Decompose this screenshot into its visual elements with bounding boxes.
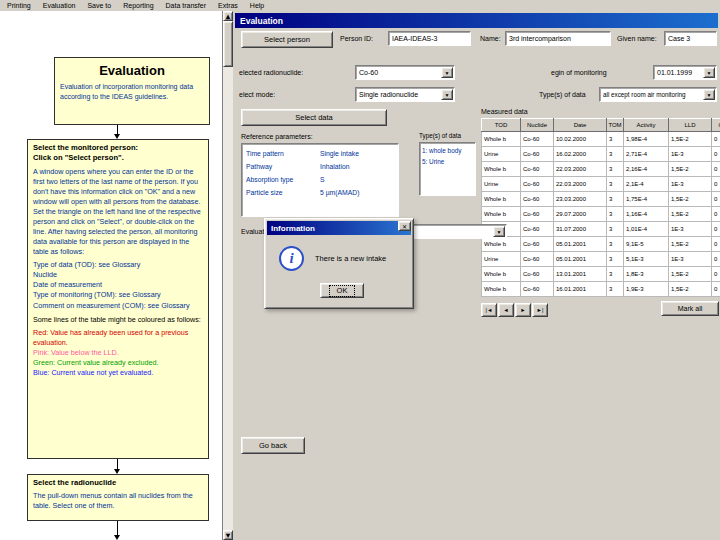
begin-of-monitoring-input[interactable]: 01.01.1999 ▼ bbox=[653, 65, 717, 80]
measured-data-table[interactable]: TODNuclideDateTOMActivityLLDCOM Whole bC… bbox=[481, 118, 720, 297]
column-header[interactable]: LLD bbox=[669, 119, 712, 132]
table-cell[interactable]: 31.07.2000 bbox=[554, 222, 607, 237]
table-cell[interactable]: 3 bbox=[607, 132, 624, 147]
evaluation-window-titlebar[interactable]: Evaluation bbox=[235, 13, 718, 28]
menu-item-reporting[interactable]: Reporting bbox=[123, 2, 153, 9]
table-cell[interactable]: 05.01.2001 bbox=[554, 252, 607, 267]
table-cell[interactable]: 9,1E-5 bbox=[624, 237, 669, 252]
table-cell[interactable]: 3 bbox=[607, 252, 624, 267]
select-person-button[interactable]: Select person bbox=[241, 31, 333, 48]
table-cell[interactable]: Co-60 bbox=[521, 237, 554, 252]
table-cell[interactable]: 1,5E-2 bbox=[669, 237, 712, 252]
table-cell[interactable]: Whole b bbox=[482, 267, 521, 282]
menu-item-extras[interactable]: Extras bbox=[218, 2, 238, 9]
given-name-input[interactable]: Case 3 bbox=[664, 31, 717, 46]
menu-item-printing[interactable]: Printing bbox=[7, 2, 31, 9]
scroll-down-icon[interactable]: ▼ bbox=[223, 530, 233, 540]
table-cell[interactable]: 3 bbox=[607, 192, 624, 207]
ok-button[interactable]: OK bbox=[320, 283, 364, 298]
table-cell[interactable]: 0 bbox=[712, 192, 720, 207]
table-cell[interactable]: 1,5E-2 bbox=[669, 192, 712, 207]
table-row[interactable]: UrineCo-6016.02.200032,71E-41E-30 bbox=[482, 147, 720, 162]
menu-item-evaluation[interactable]: Evaluation bbox=[43, 2, 76, 9]
table-row[interactable]: UrineCo-6005.01.200135,1E-31E-30 bbox=[482, 252, 720, 267]
table-cell[interactable]: 3 bbox=[607, 207, 624, 222]
table-cell[interactable]: 0 bbox=[712, 222, 720, 237]
mode-select[interactable]: Single radionuclide ▼ bbox=[355, 87, 455, 102]
table-cell[interactable]: Co-60 bbox=[521, 147, 554, 162]
radionuclide-select[interactable]: Co-60 ▼ bbox=[355, 65, 455, 80]
table-row[interactable]: UrineCo-6031.07.200031,01E-41E-30 bbox=[482, 222, 720, 237]
table-cell[interactable]: 2,71E-4 bbox=[624, 147, 669, 162]
table-cell[interactable]: 10.02.2000 bbox=[554, 132, 607, 147]
table-cell[interactable]: Co-60 bbox=[521, 162, 554, 177]
column-header[interactable]: Date bbox=[554, 119, 607, 132]
table-cell[interactable]: 1,5E-2 bbox=[669, 162, 712, 177]
table-row[interactable]: Whole bCo-6010.02.200031,98E-41,5E-20 bbox=[482, 132, 720, 147]
record-nav-button-2[interactable]: ► bbox=[515, 303, 531, 317]
table-cell[interactable]: 0 bbox=[712, 207, 720, 222]
table-cell[interactable]: Co-60 bbox=[521, 132, 554, 147]
record-nav-button-3[interactable]: ►| bbox=[532, 303, 548, 317]
table-cell[interactable]: 1E-3 bbox=[669, 177, 712, 192]
table-cell[interactable]: 2,16E-4 bbox=[624, 162, 669, 177]
table-cell[interactable]: 1E-3 bbox=[669, 252, 712, 267]
table-cell[interactable]: 0 bbox=[712, 252, 720, 267]
table-cell[interactable]: 1,9E-3 bbox=[624, 282, 669, 297]
chevron-down-icon[interactable]: ▼ bbox=[441, 89, 453, 100]
information-dialog-titlebar[interactable]: Information bbox=[267, 221, 411, 235]
table-cell[interactable]: Urine bbox=[482, 252, 521, 267]
table-cell[interactable]: Co-60 bbox=[521, 192, 554, 207]
table-cell[interactable]: 0 bbox=[712, 237, 720, 252]
name-input[interactable]: 3rd intercomparison bbox=[505, 31, 611, 46]
table-cell[interactable]: 1,5E-2 bbox=[669, 207, 712, 222]
table-cell[interactable]: Urine bbox=[482, 177, 521, 192]
table-cell[interactable]: 0 bbox=[712, 177, 720, 192]
table-row[interactable]: Whole bCo-6013.01.200131,8E-31,5E-20 bbox=[482, 267, 720, 282]
table-cell[interactable]: Co-60 bbox=[521, 177, 554, 192]
table-cell[interactable]: 1,98E-4 bbox=[624, 132, 669, 147]
table-cell[interactable]: 5,1E-3 bbox=[624, 252, 669, 267]
table-cell[interactable]: Whole b bbox=[482, 282, 521, 297]
table-cell[interactable]: 1,5E-2 bbox=[669, 282, 712, 297]
table-cell[interactable]: 1,5E-2 bbox=[669, 267, 712, 282]
table-cell[interactable]: 1,75E-4 bbox=[624, 192, 669, 207]
chevron-down-icon[interactable]: ▼ bbox=[441, 67, 453, 78]
guide-panel-scrollbar[interactable]: ▲ ▼ bbox=[222, 11, 233, 540]
table-cell[interactable]: 1,5E-2 bbox=[669, 132, 712, 147]
chevron-down-icon[interactable]: ▼ bbox=[703, 89, 715, 100]
table-row[interactable]: Whole bCo-6022.03.200032,16E-41,5E-20 bbox=[482, 162, 720, 177]
scroll-up-icon[interactable]: ▲ bbox=[223, 11, 233, 21]
menu-item-help[interactable]: Help bbox=[250, 2, 264, 9]
table-cell[interactable]: 1,8E-3 bbox=[624, 267, 669, 282]
table-cell[interactable]: 3 bbox=[607, 177, 624, 192]
table-cell[interactable]: 3 bbox=[607, 282, 624, 297]
table-cell[interactable]: 0 bbox=[712, 282, 720, 297]
table-cell[interactable]: 3 bbox=[607, 237, 624, 252]
table-cell[interactable]: Whole b bbox=[482, 192, 521, 207]
table-cell[interactable]: Whole b bbox=[482, 162, 521, 177]
table-cell[interactable]: 3 bbox=[607, 147, 624, 162]
table-row[interactable]: UrineCo-6022.03.200032,1E-41E-30 bbox=[482, 177, 720, 192]
column-header[interactable]: TOM bbox=[607, 119, 624, 132]
type-of-data-select[interactable]: all except room air monitoring ▼ bbox=[599, 87, 717, 102]
table-cell[interactable]: 1E-3 bbox=[669, 147, 712, 162]
column-header[interactable]: Nuclide bbox=[521, 119, 554, 132]
table-cell[interactable]: 1,01E-4 bbox=[624, 222, 669, 237]
table-row[interactable]: Whole bCo-6023.03.200031,75E-41,5E-20 bbox=[482, 192, 720, 207]
table-cell[interactable]: 3 bbox=[607, 162, 624, 177]
mark-all-button[interactable]: Mark all bbox=[661, 301, 719, 316]
table-cell[interactable]: 0 bbox=[712, 162, 720, 177]
table-cell[interactable]: 1E-3 bbox=[669, 222, 712, 237]
select-data-button[interactable]: Select data bbox=[241, 109, 387, 126]
table-cell[interactable]: Co-60 bbox=[521, 282, 554, 297]
column-header[interactable]: Activity bbox=[624, 119, 669, 132]
go-back-button[interactable]: Go back bbox=[241, 437, 305, 454]
table-cell[interactable]: Co-60 bbox=[521, 222, 554, 237]
table-cell[interactable]: Co-60 bbox=[521, 207, 554, 222]
table-row[interactable]: Whole bCo-6029.07.200031,16E-41,5E-20 bbox=[482, 207, 720, 222]
scrollbar-thumb[interactable] bbox=[223, 21, 233, 67]
record-nav-button-1[interactable]: ◄ bbox=[498, 303, 514, 317]
table-cell[interactable]: Whole b bbox=[482, 207, 521, 222]
table-cell[interactable]: 05.01.2001 bbox=[554, 237, 607, 252]
